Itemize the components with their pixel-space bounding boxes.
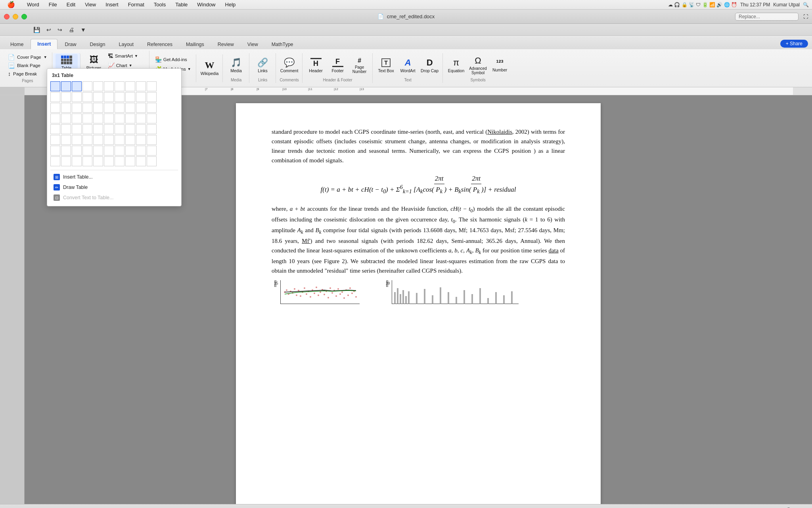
grid-cell[interactable]: [147, 81, 157, 91]
grid-cell[interactable]: [82, 92, 92, 102]
tab-layout[interactable]: Layout: [112, 40, 140, 49]
grid-cell[interactable]: [82, 81, 92, 91]
grid-cell[interactable]: [115, 103, 124, 113]
tab-insert[interactable]: Insert: [31, 39, 57, 49]
tab-mailings[interactable]: Mailings: [180, 40, 211, 49]
footer-button[interactable]: F Footer: [327, 54, 348, 77]
grid-cell[interactable]: [72, 135, 82, 145]
smartart-button[interactable]: 🏗 SmartArt ▼: [105, 52, 147, 60]
grid-cell[interactable]: [104, 156, 114, 166]
grid-cell[interactable]: [125, 124, 135, 134]
get-addins-button[interactable]: 🏪 Get Add-ins: [153, 55, 193, 64]
tab-view[interactable]: View: [241, 40, 264, 49]
grid-cell[interactable]: [82, 135, 92, 145]
grid-cell[interactable]: [115, 146, 124, 156]
menu-view[interactable]: View: [81, 1, 100, 8]
grid-cell[interactable]: [50, 103, 60, 113]
grid-cell[interactable]: [115, 114, 124, 123]
grid-cell[interactable]: [104, 92, 114, 102]
tab-review[interactable]: Review: [211, 40, 240, 49]
draw-table-item[interactable]: ✏ Draw Table: [50, 182, 178, 192]
save-button[interactable]: 💾: [32, 26, 42, 34]
redo-button[interactable]: ↪: [56, 26, 64, 34]
grid-cell[interactable]: [93, 81, 103, 91]
grid-cell[interactable]: [136, 135, 146, 145]
grid-cell[interactable]: [50, 124, 60, 134]
insert-table-item[interactable]: ⊞ Insert Table...: [50, 172, 178, 182]
menubar-search[interactable]: 🔍: [803, 2, 809, 8]
grid-cell[interactable]: [72, 146, 82, 156]
grid-cell[interactable]: [125, 103, 135, 113]
cover-page-button[interactable]: 📄 Cover Page ▼: [6, 53, 50, 61]
grid-cell[interactable]: [50, 92, 60, 102]
menu-window[interactable]: Window: [193, 1, 219, 8]
tab-design[interactable]: Design: [84, 40, 112, 49]
close-button[interactable]: [4, 14, 10, 19]
grid-cell[interactable]: [104, 114, 114, 123]
grid-cell[interactable]: [115, 124, 124, 134]
dropcap-button[interactable]: D Drop Cap: [419, 54, 440, 77]
grid-cell[interactable]: [50, 81, 60, 91]
grid-cell[interactable]: [104, 146, 114, 156]
apple-menu[interactable]: 🍎: [3, 0, 19, 9]
grid-cell[interactable]: [104, 103, 114, 113]
grid-cell[interactable]: [82, 124, 92, 134]
grid-cell[interactable]: [50, 114, 60, 123]
grid-cell[interactable]: [115, 81, 124, 91]
menu-insert[interactable]: Insert: [102, 1, 123, 8]
customize-button[interactable]: ▼: [79, 26, 88, 34]
grid-cell[interactable]: [72, 124, 82, 134]
comment-button[interactable]: 💬 Comment: [279, 54, 300, 77]
number-button[interactable]: ¹²³ Number: [490, 54, 510, 77]
grid-cell[interactable]: [115, 156, 124, 166]
page-number-button[interactable]: # PageNumber: [349, 54, 370, 77]
grid-cell[interactable]: [125, 156, 135, 166]
textbox-button[interactable]: T Text Box: [376, 54, 396, 77]
grid-cell[interactable]: [125, 92, 135, 102]
maximize-button[interactable]: [21, 14, 27, 19]
grid-cell[interactable]: [72, 81, 82, 91]
grid-cell[interactable]: [72, 156, 82, 166]
grid-cell[interactable]: [82, 114, 92, 123]
grid-cell[interactable]: [61, 114, 71, 123]
undo-button[interactable]: ↩: [45, 26, 53, 34]
equation-button[interactable]: π Equation: [446, 54, 467, 77]
grid-cell[interactable]: [93, 103, 103, 113]
grid-cell[interactable]: [115, 135, 124, 145]
menu-file[interactable]: File: [45, 1, 61, 8]
grid-cell[interactable]: [147, 92, 157, 102]
grid-cell[interactable]: [50, 146, 60, 156]
share-button[interactable]: + Share: [780, 40, 808, 48]
grid-cell[interactable]: [136, 156, 146, 166]
grid-cell[interactable]: [82, 156, 92, 166]
grid-cell[interactable]: [93, 146, 103, 156]
replace-search[interactable]: Replace...: [735, 13, 799, 21]
tab-home[interactable]: Home: [4, 40, 30, 49]
grid-cell[interactable]: [61, 103, 71, 113]
grid-cell[interactable]: [61, 146, 71, 156]
grid-cell[interactable]: [93, 135, 103, 145]
grid-cell[interactable]: [136, 124, 146, 134]
grid-cell[interactable]: [61, 92, 71, 102]
grid-cell[interactable]: [136, 103, 146, 113]
grid-cell[interactable]: [61, 124, 71, 134]
grid-cell[interactable]: [147, 135, 157, 145]
grid-cell[interactable]: [72, 103, 82, 113]
menu-format[interactable]: Format: [124, 1, 148, 8]
grid-cell[interactable]: [125, 81, 135, 91]
grid-cell[interactable]: [82, 103, 92, 113]
menu-edit[interactable]: Edit: [63, 1, 79, 8]
grid-cell[interactable]: [115, 92, 124, 102]
page-break-button[interactable]: ↕ Page Break: [6, 70, 50, 78]
grid-cell[interactable]: [147, 156, 157, 166]
grid-cell[interactable]: [82, 146, 92, 156]
menu-help[interactable]: Help: [221, 1, 240, 8]
grid-cell[interactable]: [104, 124, 114, 134]
grid-cell[interactable]: [147, 124, 157, 134]
grid-cell[interactable]: [104, 81, 114, 91]
menu-word[interactable]: Word: [23, 1, 43, 8]
grid-cell[interactable]: [93, 114, 103, 123]
menu-tools[interactable]: Tools: [150, 1, 170, 8]
tab-draw[interactable]: Draw: [58, 40, 82, 49]
symbol-button[interactable]: Ω AdvancedSymbol: [468, 54, 488, 77]
